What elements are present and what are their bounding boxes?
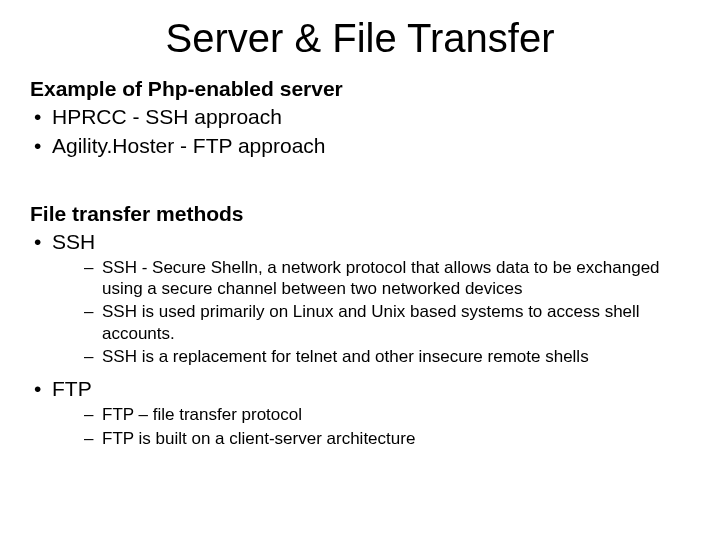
ssh-sublist: SSH - Secure Shelln, a network protocol … [52, 257, 690, 367]
slide-title: Server & File Transfer [30, 16, 690, 61]
section-heading-examples: Example of Php-enabled server [30, 77, 690, 101]
list-item-label: FTP [52, 377, 92, 400]
methods-list: SSH SSH - Secure Shelln, a network proto… [30, 228, 690, 449]
list-item: SSH is a replacement for telnet and othe… [52, 346, 690, 367]
section-heading-methods: File transfer methods [30, 202, 690, 226]
list-item: FTP – file transfer protocol [52, 404, 690, 425]
list-item: HPRCC - SSH approach [30, 103, 690, 130]
list-item: FTP is built on a client-server architec… [52, 428, 690, 449]
slide: Server & File Transfer Example of Php-en… [0, 0, 720, 540]
ftp-sublist: FTP – file transfer protocol FTP is buil… [52, 404, 690, 449]
list-item: SSH - Secure Shelln, a network protocol … [52, 257, 690, 300]
list-item-ssh: SSH SSH - Secure Shelln, a network proto… [30, 228, 690, 368]
list-item-ftp: FTP FTP – file transfer protocol FTP is … [30, 375, 690, 449]
server-examples-list: HPRCC - SSH approach Agility.Hoster - FT… [30, 103, 690, 160]
list-item-label: SSH [52, 230, 95, 253]
list-item: SSH is used primarily on Linux and Unix … [52, 301, 690, 344]
list-item: Agility.Hoster - FTP approach [30, 132, 690, 159]
